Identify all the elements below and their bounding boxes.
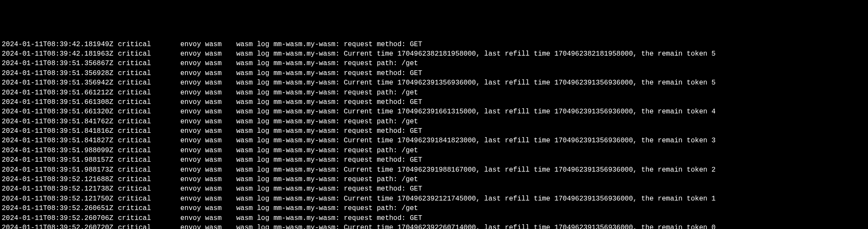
log-timestamp: 2024-01-11T08:39:52.260706Z: [2, 213, 118, 223]
log-line: 2024-01-11T08:39:42.181963Zcriticalenvoy…: [2, 49, 866, 59]
log-source: envoy wasm: [180, 59, 236, 68]
log-line: 2024-01-11T08:39:51.356867Zcriticalenvoy…: [2, 59, 866, 68]
log-level: critical: [118, 97, 180, 107]
log-line: 2024-01-11T08:39:52.121688Zcriticalenvoy…: [2, 175, 866, 184]
log-timestamp: 2024-01-11T08:39:52.260720Z: [2, 223, 118, 229]
log-level: critical: [118, 88, 180, 97]
log-level: critical: [118, 59, 180, 68]
log-level: critical: [118, 184, 180, 194]
log-source: envoy wasm: [180, 40, 236, 49]
log-message: wasm log mm-wasm.my-wasm: request path: …: [236, 118, 418, 125]
log-timestamp: 2024-01-11T08:39:42.181949Z: [2, 40, 118, 49]
log-source: envoy wasm: [180, 117, 236, 126]
log-source: envoy wasm: [180, 88, 236, 97]
log-timestamp: 2024-01-11T08:39:52.121688Z: [2, 175, 118, 184]
log-message: wasm log mm-wasm.my-wasm: request method…: [236, 98, 422, 106]
log-line: 2024-01-11T08:39:52.260706Zcriticalenvoy…: [2, 213, 866, 223]
log-timestamp: 2024-01-11T08:39:42.181963Z: [2, 49, 118, 59]
log-line: 2024-01-11T08:39:51.661212Zcriticalenvoy…: [2, 88, 866, 97]
log-line: 2024-01-11T08:39:52.260651Zcriticalenvoy…: [2, 204, 866, 213]
log-line: 2024-01-11T08:39:51.841827Zcriticalenvoy…: [2, 136, 866, 145]
log-line: 2024-01-11T08:39:51.841762Zcriticalenvoy…: [2, 117, 866, 126]
log-line: 2024-01-11T08:39:51.988157Zcriticalenvoy…: [2, 155, 866, 165]
log-timestamp: 2024-01-11T08:39:51.356928Z: [2, 69, 118, 78]
log-message: wasm log mm-wasm.my-wasm: request path: …: [236, 147, 418, 154]
log-message: wasm log mm-wasm.my-wasm: Current time 1…: [236, 224, 716, 229]
log-level: critical: [118, 146, 180, 155]
log-message: wasm log mm-wasm.my-wasm: request path: …: [236, 176, 418, 183]
log-source: envoy wasm: [180, 107, 236, 116]
log-message: wasm log mm-wasm.my-wasm: Current time 1…: [236, 166, 716, 174]
log-line: 2024-01-11T08:39:51.356942Zcriticalenvoy…: [2, 78, 866, 88]
log-level: critical: [118, 175, 180, 184]
log-source: envoy wasm: [180, 213, 236, 223]
log-line: 2024-01-11T08:39:51.988099Zcriticalenvoy…: [2, 146, 866, 155]
log-message: wasm log mm-wasm.my-wasm: Current time 1…: [236, 50, 716, 58]
log-level: critical: [118, 40, 180, 49]
log-source: envoy wasm: [180, 78, 236, 88]
log-message: wasm log mm-wasm.my-wasm: request method…: [236, 214, 422, 222]
log-timestamp: 2024-01-11T08:39:52.121750Z: [2, 194, 118, 204]
log-timestamp: 2024-01-11T08:39:51.988173Z: [2, 165, 118, 175]
log-timestamp: 2024-01-11T08:39:52.260651Z: [2, 204, 118, 213]
log-source: envoy wasm: [180, 97, 236, 107]
log-level: critical: [118, 117, 180, 126]
log-message: wasm log mm-wasm.my-wasm: request path: …: [236, 89, 418, 97]
log-source: envoy wasm: [180, 223, 236, 229]
log-timestamp: 2024-01-11T08:39:51.661308Z: [2, 97, 118, 107]
log-line: 2024-01-11T08:39:51.988173Zcriticalenvoy…: [2, 165, 866, 175]
log-source: envoy wasm: [180, 194, 236, 204]
log-line: 2024-01-11T08:39:52.260720Zcriticalenvoy…: [2, 223, 866, 229]
log-timestamp: 2024-01-11T08:39:51.661320Z: [2, 107, 118, 116]
log-source: envoy wasm: [180, 146, 236, 155]
log-message: wasm log mm-wasm.my-wasm: request method…: [236, 127, 422, 135]
log-message: wasm log mm-wasm.my-wasm: request method…: [236, 69, 422, 77]
log-level: critical: [118, 204, 180, 213]
log-line: 2024-01-11T08:39:52.121750Zcriticalenvoy…: [2, 194, 866, 204]
log-line: 2024-01-11T08:39:51.661320Zcriticalenvoy…: [2, 107, 866, 116]
log-timestamp: 2024-01-11T08:39:51.841827Z: [2, 136, 118, 145]
log-level: critical: [118, 69, 180, 78]
log-line: 2024-01-11T08:39:51.841816Zcriticalenvoy…: [2, 126, 866, 136]
log-timestamp: 2024-01-11T08:39:51.988099Z: [2, 146, 118, 155]
log-message: wasm log mm-wasm.my-wasm: request path: …: [236, 204, 418, 212]
log-level: critical: [118, 194, 180, 204]
log-timestamp: 2024-01-11T08:39:52.121738Z: [2, 184, 118, 194]
log-source: envoy wasm: [180, 184, 236, 194]
log-message: wasm log mm-wasm.my-wasm: request method…: [236, 41, 422, 48]
log-line: 2024-01-11T08:39:51.661308Zcriticalenvoy…: [2, 97, 866, 107]
log-level: critical: [118, 126, 180, 136]
log-line: 2024-01-11T08:39:51.356928Zcriticalenvoy…: [2, 69, 866, 78]
log-timestamp: 2024-01-11T08:39:51.661212Z: [2, 88, 118, 97]
log-timestamp: 2024-01-11T08:39:51.841762Z: [2, 117, 118, 126]
log-source: envoy wasm: [180, 175, 236, 184]
log-line: 2024-01-11T08:39:52.121738Zcriticalenvoy…: [2, 184, 866, 194]
log-level: critical: [118, 136, 180, 145]
log-timestamp: 2024-01-11T08:39:51.356942Z: [2, 78, 118, 88]
log-source: envoy wasm: [180, 126, 236, 136]
log-source: envoy wasm: [180, 155, 236, 165]
log-level: critical: [118, 107, 180, 116]
log-level: critical: [118, 223, 180, 229]
terminal-output: 2024-01-11T08:39:42.181949Zcriticalenvoy…: [2, 40, 866, 229]
log-source: envoy wasm: [180, 136, 236, 145]
log-level: critical: [118, 78, 180, 88]
log-message: wasm log mm-wasm.my-wasm: request method…: [236, 156, 422, 164]
log-message: wasm log mm-wasm.my-wasm: request method…: [236, 185, 422, 193]
log-level: critical: [118, 165, 180, 175]
log-level: critical: [118, 213, 180, 223]
log-line: 2024-01-11T08:39:42.181949Zcriticalenvoy…: [2, 40, 866, 49]
log-source: envoy wasm: [180, 49, 236, 59]
log-message: wasm log mm-wasm.my-wasm: Current time 1…: [236, 195, 716, 203]
log-timestamp: 2024-01-11T08:39:51.988157Z: [2, 155, 118, 165]
log-source: envoy wasm: [180, 69, 236, 78]
log-level: critical: [118, 49, 180, 59]
log-source: envoy wasm: [180, 165, 236, 175]
log-source: envoy wasm: [180, 204, 236, 213]
log-message: wasm log mm-wasm.my-wasm: Current time 1…: [236, 79, 716, 87]
log-timestamp: 2024-01-11T08:39:51.841816Z: [2, 126, 118, 136]
log-level: critical: [118, 155, 180, 165]
log-message: wasm log mm-wasm.my-wasm: Current time 1…: [236, 108, 716, 116]
log-message: wasm log mm-wasm.my-wasm: request path: …: [236, 60, 418, 67]
log-timestamp: 2024-01-11T08:39:51.356867Z: [2, 59, 118, 68]
